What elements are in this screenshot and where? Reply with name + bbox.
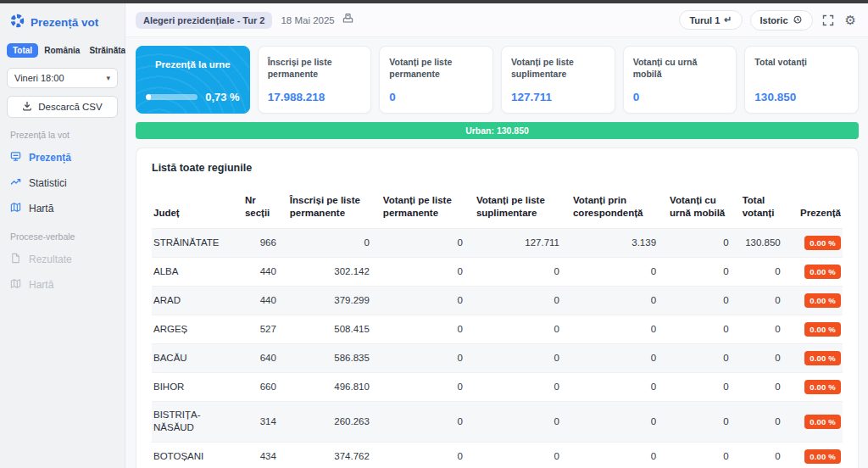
- sidebar-item-prezenta[interactable]: Prezență: [7, 145, 118, 170]
- value-cell: 0: [566, 315, 663, 343]
- region-cell: ALBA: [152, 257, 238, 286]
- region-cell: ARAD: [152, 286, 238, 315]
- regions-panel: Listă toate regiunile JudețNr secțiiÎnsc…: [136, 148, 859, 468]
- region-cell: BOTOȘANI: [152, 442, 238, 468]
- region-cell: ARGEȘ: [152, 315, 238, 343]
- sidebar-item-label: Rezultate: [29, 254, 72, 265]
- region-cell: BACĂU: [152, 343, 238, 372]
- value-cell: 0: [663, 286, 736, 315]
- value-cell: 440: [238, 257, 283, 286]
- card-value: 127.711: [511, 91, 605, 103]
- value-cell: 130.850: [736, 228, 787, 257]
- urban-total-banner: Urban: 130.850: [136, 122, 859, 139]
- election-badge: Alegeri prezidențiale - Tur 2: [136, 12, 272, 29]
- sidebar-item-statistici[interactable]: Statistici: [7, 170, 118, 196]
- card-title: Total votanți: [754, 56, 849, 68]
- value-cell: 0: [663, 401, 736, 442]
- card-value: 0: [633, 91, 727, 103]
- section-label-procese-verbale: Procese-verbale: [10, 231, 118, 242]
- column-header: Total votanți: [736, 194, 787, 228]
- ballot-box-icon: [342, 12, 354, 28]
- regions-panel-title: Listă toate regiunile: [152, 162, 843, 174]
- download-csv-button[interactable]: Descarcă CSV: [7, 96, 118, 118]
- column-header: Votanți cu urnă mobilă: [663, 194, 736, 228]
- column-header: Votanți prin corespondență: [566, 194, 663, 228]
- value-cell: 302.142: [283, 257, 376, 286]
- turul-1-button[interactable]: Turul 1 ↵: [679, 10, 742, 30]
- value-cell: 0: [566, 343, 663, 372]
- table-row: ARAD440379.299000000.00 %: [152, 286, 843, 315]
- value-cell: 0: [566, 442, 663, 468]
- value-cell: 0: [376, 401, 470, 442]
- table-row: ALBA440302.142000000.00 %: [152, 257, 843, 286]
- sidebar-item-rezultate: Rezultate: [7, 247, 118, 272]
- value-cell: 0: [376, 442, 470, 468]
- value-cell: 374.762: [283, 442, 376, 468]
- value-cell: 0: [470, 257, 566, 286]
- presence-cell: 0.00 %: [787, 286, 843, 315]
- value-cell: 0: [663, 442, 736, 468]
- value-cell: 0: [566, 401, 663, 442]
- card-votanti-liste-permanente[interactable]: Votanți pe liste permanente 0: [379, 46, 493, 114]
- value-cell: 0: [736, 257, 787, 286]
- region-cell: BISTRIȚA-NĂSĂUD: [152, 401, 238, 442]
- table-header-row: JudețNr secțiiÎnscriși pe liste permanen…: [152, 194, 843, 228]
- presence-icon: [10, 151, 21, 164]
- value-cell: 0: [376, 286, 470, 315]
- sidebar-item-label: Prezență: [29, 152, 71, 164]
- value-cell: 0: [663, 257, 736, 286]
- sidebar-item-label: Hartă: [29, 279, 53, 291]
- value-cell: 0: [470, 372, 566, 401]
- value-cell: 0: [663, 315, 736, 343]
- fullscreen-button[interactable]: [821, 14, 836, 26]
- card-value: 0,73 %: [205, 91, 239, 103]
- presence-badge: 0.00 %: [804, 293, 841, 308]
- enter-icon: ↵: [724, 14, 732, 25]
- value-cell: 0: [566, 257, 663, 286]
- map-icon: [10, 278, 21, 292]
- gear-icon: ⚙: [845, 14, 856, 26]
- tab-total[interactable]: Total: [7, 43, 38, 58]
- column-header: Votanți pe liste suplimentare: [470, 194, 566, 228]
- istoric-label: Istoric: [760, 15, 788, 25]
- value-cell: 0: [376, 372, 470, 401]
- card-inscrisi-liste-permanente[interactable]: Înscriși pe liste permanente 17.988.218: [258, 46, 372, 114]
- card-votanti-urna-mobila[interactable]: Votanți cu urnă mobilă 0: [623, 46, 737, 114]
- turnout-progress-bar: [146, 94, 198, 100]
- scope-tabs: Total România Străinătate: [7, 43, 118, 58]
- card-title: Înscriși pe liste permanente: [268, 56, 362, 80]
- value-cell: 0: [566, 372, 663, 401]
- app-logo-row: Prezență vot: [7, 14, 118, 31]
- app-title: Prezență vot: [31, 16, 98, 29]
- map-icon: [10, 202, 21, 215]
- presence-cell: 0.00 %: [787, 372, 843, 401]
- value-cell: 3.139: [566, 228, 663, 257]
- column-header: Înscriși pe liste permanente: [283, 194, 376, 228]
- table-row: STRĂINĂTATE96600127.7113.1390130.8500.00…: [152, 228, 843, 257]
- card-title: Votanți pe liste suplimentare: [511, 56, 605, 80]
- presence-badge: 0.00 %: [804, 380, 841, 394]
- presence-badge: 0.00 %: [804, 351, 841, 365]
- value-cell: 0: [566, 286, 663, 315]
- card-total-votanti[interactable]: Total votanți 130.850: [744, 46, 859, 114]
- download-icon: [22, 101, 32, 113]
- tab-romania[interactable]: România: [41, 43, 83, 58]
- presence-badge: 0.00 %: [804, 415, 841, 429]
- value-cell: 660: [238, 372, 283, 401]
- card-votanti-liste-suplimentare[interactable]: Votanți pe liste suplimentare 127.711: [501, 46, 615, 114]
- card-prezenta-la-urne[interactable]: Prezență la urne 0,73 %: [136, 46, 250, 114]
- section-label-prezenta-la-vot: Prezență la vot: [10, 130, 118, 140]
- settings-gear-button[interactable]: ⚙: [843, 14, 858, 26]
- value-cell: 0: [470, 286, 566, 315]
- time-filter-select[interactable]: Vineri 18:00 ▾: [7, 68, 118, 88]
- value-cell: 0: [376, 257, 470, 286]
- presence-badge: 0.00 %: [804, 265, 841, 279]
- value-cell: 0: [376, 315, 470, 343]
- value-cell: 0: [470, 343, 566, 372]
- value-cell: 0: [736, 315, 787, 343]
- presence-cell: 0.00 %: [787, 401, 843, 442]
- card-title: Prezență la urne: [146, 58, 240, 72]
- sidebar-item-harta[interactable]: Hartă: [7, 196, 118, 221]
- istoric-button[interactable]: Istoric: [750, 10, 813, 31]
- sidebar-item-label: Statistici: [29, 177, 67, 189]
